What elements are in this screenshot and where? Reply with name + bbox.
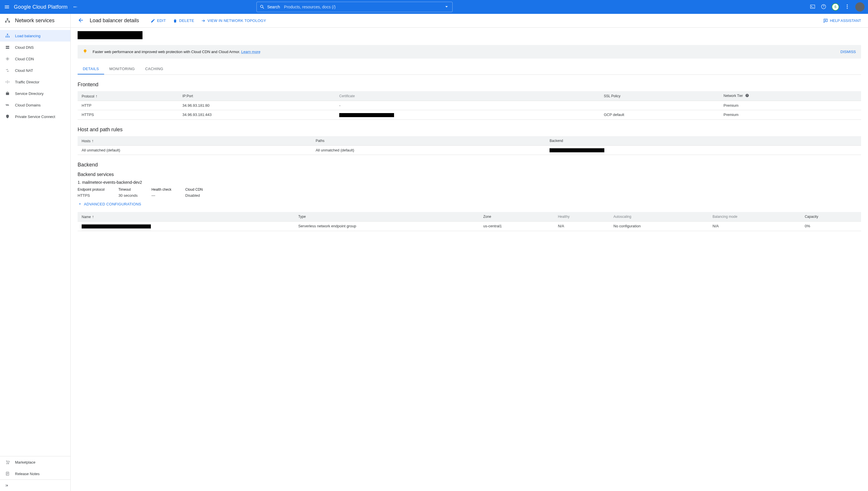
search-input[interactable]: [284, 5, 444, 9]
project-selector[interactable]: [73, 4, 78, 9]
svg-rect-22: [6, 484, 6, 487]
sidebar-item-private-service-connect[interactable]: Private Service Connect: [0, 111, 70, 122]
search-input-wrap[interactable]: Search: [256, 2, 453, 12]
info-banner: Faster web performance and improved web …: [78, 45, 861, 59]
col-autoscaling[interactable]: Autoscaling: [609, 212, 708, 222]
sidebar-item-label: Cloud CDN: [15, 57, 34, 61]
chat-icon: [823, 18, 828, 23]
svg-point-7: [847, 8, 847, 9]
table-row: All unmatched (default) All unmatched (d…: [78, 145, 861, 155]
search-label: Search: [267, 5, 280, 9]
sidebar-item-service-directory[interactable]: Service Directory: [0, 88, 70, 99]
col-capacity[interactable]: Capacity: [801, 212, 861, 222]
view-topology-button[interactable]: VIEW IN NETWORK TOPOLOGY: [201, 19, 266, 23]
back-button[interactable]: [78, 17, 84, 24]
svg-rect-12: [5, 37, 6, 37]
svg-rect-16: [6, 48, 9, 49]
svg-rect-15: [6, 46, 9, 47]
traffic-director-icon: [5, 80, 10, 84]
marketplace-icon: [5, 460, 10, 464]
search-icon: [260, 4, 265, 9]
svg-point-17: [7, 59, 8, 59]
sidebar-item-cloud-cdn[interactable]: Cloud CDN: [0, 53, 70, 65]
sidebar-item-release-notes[interactable]: Release Notes: [0, 468, 70, 480]
gcp-logo[interactable]: Google Cloud Platform: [14, 4, 67, 10]
col-ssl[interactable]: SSL Policy: [600, 91, 719, 101]
svg-point-19: [7, 463, 7, 464]
col-name[interactable]: Name↑: [78, 212, 294, 222]
sort-arrow-icon: ↑: [92, 214, 94, 219]
table-row: Serverless network endpoint group us-cen…: [78, 222, 861, 231]
arrow-right-icon: [201, 19, 206, 23]
sidebar-item-cloud-domains[interactable]: Cloud Domains: [0, 99, 70, 111]
col-tier[interactable]: Network Tier ?: [719, 91, 861, 101]
col-hosts[interactable]: Hosts↑: [78, 136, 312, 146]
service-name: 1. mailmeteor-events-backend-dev2: [78, 180, 861, 184]
edit-button[interactable]: EDIT: [151, 19, 166, 23]
main: Load balancer details EDIT DELETE VIEW I…: [71, 14, 868, 491]
page-title: Load balancer details: [90, 18, 139, 24]
lightbulb-icon: [83, 49, 87, 55]
tab-caching[interactable]: CACHING: [140, 64, 169, 75]
avatar[interactable]: [855, 2, 865, 11]
svg-point-5: [847, 4, 847, 5]
sidebar-item-cloud-dns[interactable]: Cloud DNS: [0, 41, 70, 53]
col-paths[interactable]: Paths: [312, 136, 546, 146]
service-meta: Endpoint protocolHTTPS Timeout30 seconds…: [78, 187, 861, 198]
page-header: Load balancer details EDIT DELETE VIEW I…: [71, 14, 868, 28]
tab-monitoring[interactable]: MONITORING: [104, 64, 140, 75]
frontend-heading: Frontend: [78, 82, 861, 88]
sidebar-item-cloud-nat[interactable]: Cloud NAT: [0, 65, 70, 76]
sidebar-item-label: Load balancing: [15, 34, 40, 38]
sidebar-title: Network services: [15, 18, 55, 24]
sidebar-item-load-balancing[interactable]: Load balancing: [0, 30, 70, 41]
svg-rect-14: [9, 37, 9, 37]
col-protocol[interactable]: Protocol↑: [78, 91, 178, 101]
help-assistant-button[interactable]: HELP ASSISTANT: [823, 18, 861, 23]
sidebar-collapse[interactable]: [0, 480, 70, 491]
col-zone[interactable]: Zone: [479, 212, 554, 222]
sort-arrow-icon: ↑: [95, 94, 97, 98]
neg-name-redacted: [82, 225, 151, 229]
chevron-down-icon: [78, 202, 82, 206]
col-healthy[interactable]: Healthy: [554, 212, 609, 222]
network-services-icon: [5, 18, 10, 24]
topbar-right: ? 6: [810, 2, 865, 11]
more-vert-icon[interactable]: [844, 4, 850, 10]
help-circle-icon[interactable]: ?: [745, 93, 749, 98]
learn-more-link[interactable]: Learn more: [241, 50, 260, 54]
delete-button[interactable]: DELETE: [173, 19, 194, 23]
svg-rect-9: [5, 21, 7, 22]
chevron-down-icon[interactable]: [444, 4, 450, 10]
sidebar-item-label: Marketplace: [15, 460, 35, 464]
col-cert[interactable]: Certificate: [335, 91, 600, 101]
sidebar-item-marketplace[interactable]: Marketplace: [0, 456, 70, 468]
col-type[interactable]: Type: [294, 212, 479, 222]
svg-rect-13: [7, 37, 8, 37]
col-balmode[interactable]: Balancing mode: [708, 212, 801, 222]
frontend-table: Protocol↑ IP:Port Certificate SSL Policy…: [78, 91, 861, 120]
svg-text:?: ?: [823, 5, 824, 8]
sidebar-item-traffic-director[interactable]: Traffic Director: [0, 76, 70, 88]
tab-details[interactable]: DETAILS: [78, 64, 104, 75]
sidebar-item-label: Cloud Domains: [15, 103, 41, 107]
dismiss-button[interactable]: DISMISS: [841, 50, 856, 54]
service-directory-icon: [5, 91, 10, 96]
col-backend[interactable]: Backend: [546, 136, 861, 146]
svg-point-0: [74, 7, 75, 7]
help-icon[interactable]: ?: [821, 4, 827, 10]
menu-icon[interactable]: [3, 3, 10, 10]
col-ipport[interactable]: IP:Port: [178, 91, 335, 101]
svg-point-1: [75, 7, 76, 7]
cloud-shell-icon[interactable]: [810, 4, 815, 10]
cloud-domains-icon: [5, 103, 10, 107]
sidebar-item-label: Release Notes: [15, 472, 39, 476]
notifications-badge[interactable]: 6: [832, 3, 839, 11]
svg-rect-8: [7, 18, 8, 19]
tabs: DETAILS MONITORING CACHING: [78, 64, 861, 75]
advanced-config-toggle[interactable]: ADVANCED CONFIGURATIONS: [78, 202, 861, 206]
cert-redacted: [339, 113, 394, 117]
svg-point-2: [76, 7, 77, 7]
svg-rect-11: [7, 34, 8, 35]
cloud-nat-icon: [5, 68, 10, 73]
